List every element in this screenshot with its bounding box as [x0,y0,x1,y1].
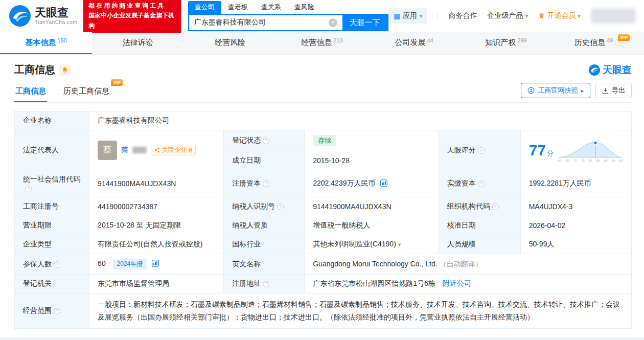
person-badge-icon [527,87,535,94]
promo-banner: 都在用的商业查询工具 国家中小企业发展子基金旗下机构 [83,0,181,33]
search-input[interactable] [189,18,329,27]
help-icon[interactable]: ? [54,308,60,314]
table-row: 工商注册号 441900002734387 纳税人识别号? 91441900MA… [15,197,632,216]
export-label: 导出 [612,86,625,95]
score-distribution-chart: 60 65 70 75 80 85 90 95 100 [557,137,623,164]
search-tab-boss[interactable]: 查老板 [221,1,255,14]
search-area: 查公司 查老板 查关系 查风险 × 天眼一下 [188,1,388,31]
address-label: 注册地址? [224,275,305,293]
approved-value: 2026-04-02 [520,216,631,235]
user-account-blurred[interactable] [591,8,636,24]
tab-operation-risk[interactable]: 经营风险 [184,32,276,54]
address-value: 广东省东莞市松山湖园区怡然路1号6栋 附近公司 [305,275,632,293]
apps-menu[interactable]: ▦ 应用 ▾ [388,8,428,24]
term-value: 2015-10-28 至 无固定期限 [89,216,224,235]
search-tab-company[interactable]: 查公司 [188,1,221,14]
chevron-down-icon: ▾ [420,13,423,19]
tab-count: 299 [517,37,526,43]
svg-text:90: 90 [604,159,608,163]
help-icon[interactable]: ? [478,147,485,154]
help-icon[interactable]: ? [277,203,284,210]
business-scope-label: 经营范围? [15,293,89,329]
tab-operation-info[interactable]: 经营信息 213 [276,32,368,54]
tianyancha-logo[interactable]: 天眼查 TianYanCha.com [9,5,77,27]
help-icon[interactable]: ? [263,138,269,144]
tab-company-development[interactable]: 公司发展 44 [368,32,460,54]
company-type-label: 企业类型 [15,235,89,254]
help-icon[interactable]: ? [492,203,499,210]
capital-chart-icon[interactable] [380,179,387,187]
tab-label: 法律诉讼 [123,38,153,48]
reg-capital-label: 注册资本? [224,170,305,197]
tianyancha-logo-icon [9,5,31,27]
term-label: 营业期限 [15,216,89,235]
search-tab-relation[interactable]: 查关系 [255,1,288,14]
credit-code-label: 统一社会信用代码? [15,170,89,197]
search-tab-risk[interactable]: 查风险 [288,1,321,14]
vip-badge: VIP [618,34,630,41]
approved-label: 核准日期 [439,216,520,235]
svg-text:60: 60 [558,159,562,163]
company-name-value: 广东墨睿科技有限公司 [89,111,632,130]
subtab-history-business-info[interactable]: VIP 历史工商信息 [62,83,110,102]
snapshot-label: 工商官网快照 [538,86,578,95]
reg-capital-value: 2202.4239万人民币 [305,170,439,197]
export-button[interactable]: 导出 [595,83,632,98]
help-icon[interactable]: ? [478,180,485,187]
staff-size-label: 人员规模 [439,235,520,254]
table-row: 企业类型 有限责任公司(自然人投资或控股) 国标行业 其他未列明制造业(C419… [15,235,632,254]
legal-rep-avatar[interactable]: 蔡 [98,141,117,160]
tab-history-info[interactable]: VIP 历史信息 49 ? [552,32,644,54]
section-title: 工商信息 [14,63,55,77]
official-snapshot-button[interactable]: 工商官网快照 ▸ [521,83,590,98]
taxpayer-no-label: 纳税人识别号? [224,197,305,216]
reg-no-value: 441900002734387 [89,197,224,216]
svg-text:75: 75 [581,159,585,163]
tab-count: 150 [57,37,66,43]
clear-search-icon[interactable]: × [329,18,337,27]
help-icon[interactable]: ? [25,186,32,192]
taxpayer-no-value: 91441900MA4UJDX43N [305,197,439,216]
related-companies-badge[interactable]: 关联企业 9 [151,145,196,155]
tab-count: 44 [427,37,433,43]
network-icon [154,147,160,153]
score-number: 77 [529,142,546,158]
svg-text:100: 100 [618,159,623,163]
logo-domain: TianYanCha.com [35,19,77,25]
tab-label: 经营风险 [215,38,245,48]
promo-line1: 都在用的商业查询工具 [88,1,176,11]
company-name-label: 企业名称 [15,111,89,130]
nearby-companies-link[interactable]: 附近公司 [443,279,471,287]
menu-cooperation[interactable]: 商务合作 [448,11,477,20]
insured-chart-icon[interactable] [152,260,159,267]
menu-divider [438,12,438,20]
footer-strip [0,337,644,340]
search-submit-button[interactable]: 天眼一下 [342,15,387,30]
table-row: 法定代表人 蔡 蔡 关联企业 [15,130,632,151]
section-header: 工商信息 天眼查 [14,63,632,77]
svg-text:65: 65 [565,159,569,163]
subtab-business-info[interactable]: 工商信息 [14,83,47,102]
business-info-card: 工商信息 天眼查 工商信息 VIP 历史工商信息 [0,55,644,329]
tianyan-score-value[interactable]: 77分 60 65 70 75 80 [520,130,631,170]
legal-rep-name-link[interactable]: 蔡 [121,146,128,155]
help-icon[interactable]: ? [263,281,269,287]
help-icon[interactable]: ? [263,180,269,187]
top-menu: ▦ 应用 ▾ 商务合作 企业级产品 ▾ ♛ 开通会员 ▾ [388,8,636,24]
annual-report-badge[interactable]: 2024年报 [113,259,147,269]
menu-vip[interactable]: ♛ 开通会员 ▾ [538,11,581,20]
grid-icon: ▦ [394,12,400,20]
business-scope-value: 一般项目：新材料技术研发；石墨及碳素制品制造；石墨烯材料销售；石墨及碳素制品销售… [89,293,632,329]
svg-text:95: 95 [611,159,615,163]
help-icon[interactable]: ? [54,261,60,268]
tab-basic-info[interactable]: 基本信息 150 [0,32,92,54]
chevron-down-icon[interactable]: ▾ [398,241,401,247]
tab-intellectual-property[interactable]: 知识产权 299 [460,32,552,54]
industry-label: 国标行业 [224,235,305,254]
menu-enterprise[interactable]: 企业级产品 ▾ [487,11,528,20]
brand-watermark: 天眼查 [589,63,632,77]
alert-bell-icon[interactable] [59,64,71,76]
taxpayer-type-label: 纳税人资质 [224,216,305,235]
related-count: 9 [189,147,192,154]
tab-legal[interactable]: 法律诉讼 [92,32,184,54]
